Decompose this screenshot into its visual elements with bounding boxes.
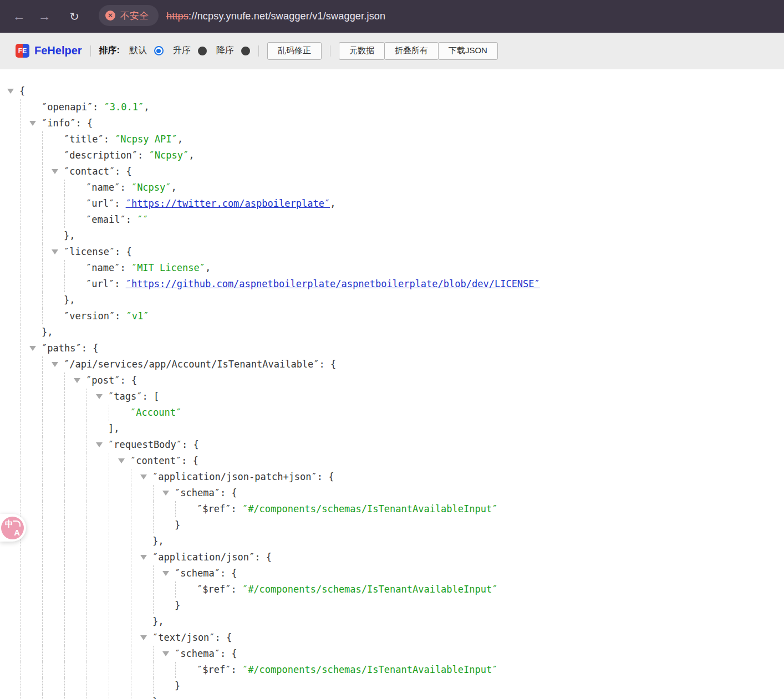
toolbar-button[interactable]: 元数据 <box>339 42 385 60</box>
json-line: ″$ref″: ″#/components/schemas/IsTenantAv… <box>0 501 784 517</box>
security-badge[interactable]: ✕ 不安全 <box>99 5 159 26</box>
collapse-toggle-icon[interactable] <box>140 474 147 479</box>
indent-guide <box>42 630 43 646</box>
indent-guide <box>86 565 87 581</box>
json-line: ″schema″: { <box>0 646 784 662</box>
indent-guide <box>153 517 154 533</box>
radio-unselected-icon[interactable] <box>198 47 207 55</box>
json-value: ″3.0.1″ <box>104 101 144 113</box>
json-line-text: }, <box>0 292 75 308</box>
json-line: ″license″: { <box>0 244 784 260</box>
indent-guide <box>131 694 131 699</box>
indent-guide <box>109 469 109 485</box>
json-punct: ], <box>108 423 119 434</box>
indent-guide <box>131 469 131 485</box>
collapse-toggle-icon[interactable] <box>74 378 80 383</box>
indent-guide <box>42 646 43 662</box>
indent-guide <box>175 581 176 598</box>
indent-guide <box>86 598 87 614</box>
json-line: ″name″: ″Ncpsy″, <box>0 180 784 196</box>
sort-option[interactable]: 降序 <box>216 45 250 57</box>
json-value: ″MIT License″ <box>131 262 205 273</box>
json-line: ″schema″: { <box>0 565 784 581</box>
indent-guide <box>64 694 65 699</box>
collapse-toggle-icon[interactable] <box>29 121 36 126</box>
indent-guide <box>64 549 65 565</box>
json-line: ″description″: ″Ncpsy″, <box>0 147 784 164</box>
sort-option[interactable]: 默认 <box>129 45 164 57</box>
indent-guide <box>64 565 65 581</box>
radio-selected-icon[interactable] <box>154 46 164 55</box>
sort-option[interactable]: 升序 <box>173 45 207 57</box>
reload-icon[interactable]: ↻ <box>65 0 84 33</box>
indent-guide <box>20 421 21 437</box>
indent-guide <box>42 517 43 533</box>
indent-guide <box>20 164 21 180</box>
collapse-toggle-icon[interactable] <box>162 571 169 576</box>
indent-guide <box>64 581 65 598</box>
json-line: } <box>0 598 784 614</box>
collapse-toggle-icon[interactable] <box>7 89 14 94</box>
collapse-toggle-icon[interactable] <box>140 635 147 640</box>
collapse-toggle-icon[interactable] <box>140 555 147 560</box>
indent-guide <box>109 453 109 469</box>
indent-guide <box>86 501 87 517</box>
indent-guide <box>64 437 65 453</box>
collapse-toggle-icon[interactable] <box>52 249 58 254</box>
json-key: ″license″: <box>64 246 126 257</box>
toolbar-button-group: 元数据折叠所有下载JSON <box>339 42 498 60</box>
json-key: ″openapi″: <box>42 101 104 113</box>
indent-guide <box>20 324 21 340</box>
collapse-toggle-icon[interactable] <box>52 169 58 174</box>
forward-icon[interactable]: → <box>35 0 54 33</box>
collapse-toggle-icon[interactable] <box>29 346 36 351</box>
json-link[interactable]: ″https://github.com/aspnetboilerplate/as… <box>126 278 540 289</box>
json-punct: { <box>126 246 132 257</box>
json-line-text: ″openapi″: ″3.0.1″, <box>0 99 150 115</box>
indent-guide <box>20 453 21 469</box>
indent-guide <box>42 469 43 485</box>
json-punct: , <box>177 134 183 145</box>
back-icon[interactable]: ← <box>9 0 28 33</box>
indent-guide <box>42 533 43 549</box>
collapse-toggle-icon[interactable] <box>162 651 169 656</box>
garbled-fix-button[interactable]: 乱码修正 <box>267 42 322 60</box>
indent-guide <box>64 678 65 694</box>
collapse-toggle-icon[interactable] <box>96 394 103 399</box>
json-line-text: }, <box>0 533 164 549</box>
divider <box>330 45 330 57</box>
indent-guide <box>86 630 87 646</box>
collapse-toggle-icon[interactable] <box>96 442 103 447</box>
indent-guide <box>64 260 65 276</box>
json-line-text: }, <box>0 614 164 630</box>
indent-guide <box>109 646 109 662</box>
json-punct: { <box>126 166 132 177</box>
collapse-toggle-icon[interactable] <box>118 458 125 463</box>
json-value: ″#/components/schemas/IsTenantAvailableI… <box>242 584 498 595</box>
json-link[interactable]: ″https://twitter.com/aspboilerplate″ <box>126 198 330 209</box>
json-punct: }, <box>64 294 75 305</box>
collapse-toggle-icon[interactable] <box>52 362 58 367</box>
json-value: ″Account″ <box>130 407 181 418</box>
json-punct: , <box>189 150 194 161</box>
json-value: ″Ncpsy″ <box>131 182 171 193</box>
radio-unselected-icon[interactable] <box>241 47 250 55</box>
json-punct: [ <box>154 391 159 402</box>
indent-guide <box>42 389 43 405</box>
json-line: ″openapi″: ″3.0.1″, <box>0 99 784 115</box>
indent-guide <box>64 389 65 405</box>
indent-guide <box>109 517 109 533</box>
json-line-text: ″description″: ″Ncpsy″, <box>0 147 194 164</box>
json-line: ″$ref″: ″#/components/schemas/IsTenantAv… <box>0 581 784 598</box>
address-bar[interactable]: https://ncpsy.ynufe.net/swagger/v1/swagg… <box>166 0 385 33</box>
json-line-text: ″name″: ″MIT License″, <box>0 260 211 276</box>
json-punct: , <box>330 198 335 209</box>
json-key: ″url″: <box>86 278 126 289</box>
indent-guide <box>86 646 87 662</box>
toolbar-button[interactable]: 下载JSON <box>438 42 498 60</box>
collapse-toggle-icon[interactable] <box>162 491 169 496</box>
indent-guide <box>42 131 43 147</box>
toolbar-button[interactable]: 折叠所有 <box>384 42 439 60</box>
indent-guide <box>20 469 21 485</box>
json-line: ″text/json″: { <box>0 630 784 646</box>
